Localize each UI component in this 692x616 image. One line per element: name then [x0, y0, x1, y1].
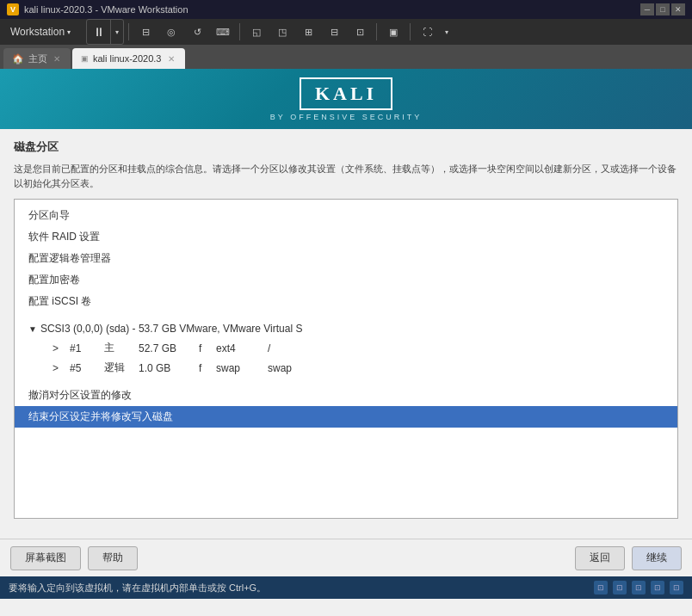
tab-home-label: 主页	[28, 52, 47, 65]
status-bar: 要将输入定向到该虚拟机，请在虚拟机内部单击或按 Ctrl+G。 ⊡ ⊡ ⊡ ⊡ …	[0, 576, 692, 599]
settings-icon: ⊡	[670, 581, 683, 594]
status-message: 要将输入定向到该虚拟机，请在虚拟机内部单击或按 Ctrl+G。	[9, 582, 266, 594]
window-tile[interactable]: ⊞	[296, 20, 320, 44]
section-title: 磁盘分区	[14, 139, 678, 155]
part-mount-1: /	[268, 342, 319, 354]
partition-guide-item[interactable]: 分区向导	[15, 205, 677, 226]
fullscreen-dropdown[interactable]: ▾	[441, 20, 453, 44]
title-bar-controls: ─ □ ✕	[640, 3, 685, 15]
help-button[interactable]: 帮助	[88, 546, 138, 570]
arrow-icon-1: >	[53, 342, 70, 354]
workstation-menu[interactable]: Workstation ▾	[3, 22, 77, 42]
app-icon: V	[7, 3, 19, 15]
close-button[interactable]: ✕	[671, 3, 685, 15]
part-size-2: 1.0 GB	[139, 362, 199, 374]
part-mount-2: swap	[268, 362, 319, 374]
title-bar: V kali linux-2020.3 - VMware Workstation…	[0, 0, 692, 19]
separator-3	[376, 23, 377, 40]
home-icon: 🏠	[12, 53, 24, 65]
list-separator-2	[15, 378, 677, 385]
usb-icon: ⊡	[613, 581, 627, 594]
partition-row-2[interactable]: > #5 逻辑 1.0 GB f swap swap	[15, 358, 677, 378]
fullscreen-button[interactable]: ⛶	[415, 20, 439, 44]
logical-volume-item[interactable]: 配置逻辑卷管理器	[15, 248, 677, 269]
part-type-1: 主	[104, 341, 139, 355]
encrypted-volume-item[interactable]: 配置加密卷	[15, 269, 677, 291]
tab-bar: 🏠 主页 ✕ ▣ kali linux-2020.3 ✕	[0, 45, 692, 69]
part-flag-1: f	[199, 342, 216, 354]
arrow-icon-2: >	[53, 362, 70, 374]
minimize-button[interactable]: ─	[640, 3, 654, 15]
window-arrange[interactable]: ⊟	[322, 20, 346, 44]
description-text: 这是您目前已配置的分区和挂载点的综合信息。请选择一个分区以修改其设置（文件系统、…	[14, 162, 678, 190]
workstation-label: Workstation	[10, 26, 65, 38]
part-fs-2: swap	[216, 362, 268, 374]
continue-button[interactable]: 继续	[632, 546, 682, 570]
tab-home[interactable]: 🏠 主页 ✕	[3, 48, 71, 69]
back-button[interactable]: 返回	[575, 546, 625, 570]
tab-home-close[interactable]: ✕	[52, 53, 62, 65]
menu-bar: Workstation ▾ ⏸ ▾ ⊟ ◎ ↺ ⌨ ◱ ◳ ⊞ ⊟ ⊡ ▣ ⛶ …	[0, 19, 692, 45]
bottom-left-buttons: 屏幕截图 帮助	[10, 546, 138, 570]
part-type-2: 逻辑	[104, 360, 139, 375]
tab-kali-label: kali linux-2020.3	[93, 53, 162, 64]
title-bar-left: V kali linux-2020.3 - VMware Workstation	[7, 3, 188, 15]
restore-button[interactable]: □	[656, 3, 670, 15]
iscsi-item[interactable]: 配置 iSCSI 卷	[15, 291, 677, 312]
bottom-bar: 屏幕截图 帮助 返回 继续	[0, 539, 692, 576]
finish-item[interactable]: 结束分区设定并将修改写入磁盘	[15, 406, 677, 428]
kali-banner: KALI BY OFFENSIVE SECURITY	[0, 69, 692, 129]
window-next[interactable]: ◳	[270, 20, 294, 44]
window-prev[interactable]: ◱	[244, 20, 269, 44]
separator-4	[410, 23, 411, 40]
kali-subtitle: BY OFFENSIVE SECURITY	[270, 113, 422, 121]
part-flag-2: f	[199, 362, 216, 374]
send-keys-button[interactable]: ⌨	[211, 20, 235, 44]
console-button[interactable]: ▣	[381, 20, 405, 44]
pause-button[interactable]: ⏸	[87, 20, 111, 44]
part-num-1: #1	[70, 342, 104, 354]
pause-dropdown[interactable]: ▾	[111, 20, 123, 44]
part-fs-1: ext4	[216, 342, 268, 354]
separator-1	[128, 23, 129, 40]
display-icon: ⊡	[651, 581, 664, 594]
list-separator	[15, 312, 677, 319]
main-content: KALI BY OFFENSIVE SECURITY 磁盘分区 这是您目前已配置…	[0, 69, 692, 539]
vmx-button[interactable]: ⊟	[133, 20, 158, 44]
bottom-right-buttons: 返回 继续	[575, 546, 682, 570]
chevron-down-icon: ▾	[67, 28, 71, 36]
partition-area: 磁盘分区 这是您目前已配置的分区和挂载点的综合信息。请选择一个分区以修改其设置（…	[0, 129, 692, 539]
toolbar-area: ⏸ ▾ ⊟ ◎ ↺ ⌨ ◱ ◳ ⊞ ⊟ ⊡ ▣ ⛶ ▾	[86, 19, 453, 45]
tab-kali-close[interactable]: ✕	[166, 53, 176, 65]
separator-2	[239, 23, 240, 40]
undo-item[interactable]: 撤消对分区设置的修改	[15, 385, 677, 406]
kali-tab-icon: ▣	[81, 54, 89, 63]
snapshot-button[interactable]: ◎	[159, 20, 183, 44]
disk-entry[interactable]: ▼ SCSI3 (0,0,0) (sda) - 53.7 GB VMware, …	[15, 319, 677, 338]
part-size-1: 52.7 GB	[139, 342, 199, 354]
disk-label: SCSI3 (0,0,0) (sda) - 53.7 GB VMware, VM…	[40, 323, 303, 335]
window-arrange2[interactable]: ⊡	[348, 20, 372, 44]
part-num-2: #5	[70, 362, 104, 374]
audio-icon: ⊡	[632, 581, 646, 594]
disk-expand-icon: ▼	[28, 324, 37, 334]
screenshot-button[interactable]: 屏幕截图	[10, 546, 81, 570]
network-icon: ⊡	[594, 581, 608, 594]
partition-row-1[interactable]: > #1 主 52.7 GB f ext4 /	[15, 338, 677, 358]
kali-logo: KALI	[300, 77, 392, 110]
tab-kali[interactable]: ▣ kali linux-2020.3 ✕	[72, 48, 185, 69]
window-title: kali linux-2020.3 - VMware Workstation	[24, 4, 188, 15]
status-icons: ⊡ ⊡ ⊡ ⊡ ⊡	[594, 581, 683, 594]
revert-button[interactable]: ↺	[185, 20, 209, 44]
power-buttons: ⏸ ▾	[86, 19, 124, 45]
software-raid-item[interactable]: 软件 RAID 设置	[15, 226, 677, 248]
partition-menu-list: 分区向导 软件 RAID 设置 配置逻辑卷管理器 配置加密卷 配置 iSCSI …	[14, 199, 678, 519]
